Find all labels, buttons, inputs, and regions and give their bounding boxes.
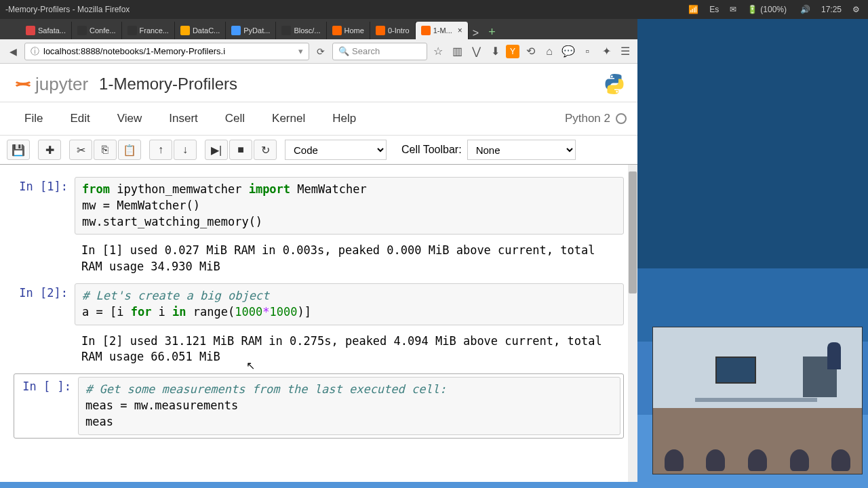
volume-icon[interactable]: 🔊 <box>797 5 813 14</box>
output-text: In [1] used 0.027 MiB RAM in 0.003s, pea… <box>75 239 624 279</box>
network-icon[interactable]: 📶 <box>686 5 701 14</box>
move-up-button[interactable]: ↑ <box>149 140 172 160</box>
tab-label: Home <box>344 26 364 35</box>
menu-kernel[interactable]: Kernel <box>258 108 319 129</box>
device-icon[interactable]: ▫ <box>579 43 595 60</box>
code-input[interactable]: # Get some measurements from the last ex… <box>78 377 620 434</box>
favicon-icon <box>231 26 241 35</box>
scrollbar[interactable] <box>628 165 637 482</box>
menu-view[interactable]: View <box>104 108 156 129</box>
search-field[interactable]: 🔍 Search <box>332 43 427 60</box>
tab-label: PyDat... <box>243 26 270 35</box>
browser-tab[interactable]: Home <box>327 22 370 39</box>
output-text: In [2] used 31.121 MiB RAM in 0.275s, pe… <box>75 329 624 370</box>
cell-prompt: In [ ]: <box>17 377 78 434</box>
notebook-toolbar: 💾 ✚ ✂ ⎘ 📋 ↑ ↓ ▶| ■ ↻ Code Cell Toolbar: … <box>0 136 637 165</box>
code-cell[interactable]: In [ ]:# Get some measurements from the … <box>14 373 624 438</box>
python-logo-icon <box>602 72 627 96</box>
jupyter-text: jupyter <box>35 74 88 95</box>
restart-button[interactable]: ↻ <box>254 140 277 160</box>
cell-prompt: In [1]: <box>14 177 75 235</box>
globe-icon: ⓘ <box>31 45 39 58</box>
reload-button[interactable]: ⟳ <box>312 43 330 60</box>
menu-edit[interactable]: Edit <box>56 108 103 129</box>
add-cell-button[interactable]: ✚ <box>38 140 61 160</box>
cell-toolbar-label: Cell Toolbar: <box>401 144 462 156</box>
menu-icon[interactable]: ☰ <box>617 43 633 60</box>
download-icon[interactable]: ⬇ <box>487 43 503 60</box>
menu-help[interactable]: Help <box>319 108 370 129</box>
move-down-button[interactable]: ↓ <box>174 140 197 160</box>
cell-type-select[interactable]: Code <box>285 140 387 160</box>
menu-cell[interactable]: Cell <box>212 108 258 129</box>
favicon-icon <box>26 26 35 35</box>
sync-icon[interactable]: ⟲ <box>522 43 538 60</box>
output-cell[interactable]: In [2] used 31.121 MiB RAM in 0.275s, pe… <box>14 329 624 370</box>
browser-tab[interactable]: Blosc/... <box>276 22 326 39</box>
favicon-icon <box>281 26 291 35</box>
tab-label: 1-M... <box>433 26 452 35</box>
tab-label: 0-Intro <box>388 26 410 35</box>
menu-insert[interactable]: Insert <box>155 108 212 129</box>
battery-status: 🔋(100%) <box>745 5 792 14</box>
mail-icon[interactable]: ✉ <box>727 5 739 14</box>
code-cell[interactable]: In [1]:from ipython_memwatcher import Me… <box>14 177 624 235</box>
browser-tab[interactable]: Confe... <box>72 22 122 39</box>
save-button[interactable]: 💾 <box>7 140 30 160</box>
paste-button[interactable]: 📋 <box>118 140 141 160</box>
browser-tab[interactable]: France... <box>122 22 175 39</box>
back-button[interactable]: ◀ <box>4 43 22 60</box>
close-tab-icon[interactable]: × <box>458 26 462 35</box>
browser-tab[interactable]: Safata... <box>20 22 72 39</box>
cell-toolbar-select[interactable]: None <box>467 140 576 160</box>
cell-prompt <box>14 329 75 370</box>
kernel-status-icon <box>616 113 627 124</box>
output-cell[interactable]: In [1] used 0.027 MiB RAM in 0.003s, pea… <box>14 239 624 279</box>
tab-overflow-button[interactable]: > <box>469 27 483 39</box>
browser-tab[interactable]: 1-M...× <box>416 22 469 39</box>
cut-button[interactable]: ✂ <box>69 140 92 160</box>
notebook-cells-area[interactable]: In [1]:from ipython_memwatcher import Me… <box>0 165 637 482</box>
home-icon[interactable]: ⌂ <box>541 43 557 60</box>
tab-label: Blosc/... <box>294 26 320 35</box>
clock: 17:25 <box>818 5 844 14</box>
favicon-icon <box>421 26 431 35</box>
cell-prompt <box>14 239 75 279</box>
pocket-icon[interactable]: ⋁ <box>468 43 484 60</box>
tab-label: France... <box>140 26 169 35</box>
browser-tab[interactable]: PyDat... <box>226 22 276 39</box>
url-field[interactable]: ⓘ localhost:8888/notebooks/1-Memory-Prof… <box>24 43 309 60</box>
favicon-icon <box>77 26 87 35</box>
browser-tab[interactable]: DataC... <box>175 22 226 39</box>
addon-icon[interactable]: Y <box>506 45 519 58</box>
window-title: -Memory-Profilers - Mozilla Firefox <box>5 5 686 14</box>
notebook-header: jupyter 1-Memory-Profilers <box>0 64 637 102</box>
star-icon[interactable]: ☆ <box>430 43 446 60</box>
settings-gear-icon[interactable]: ⚙ <box>850 5 863 14</box>
stop-button[interactable]: ■ <box>229 140 252 160</box>
favicon-icon <box>180 26 190 35</box>
new-tab-button[interactable]: + <box>483 25 501 39</box>
bookmarks-icon[interactable]: ▥ <box>449 43 465 60</box>
cell-prompt: In [2]: <box>14 283 75 325</box>
code-input[interactable]: # Let's create a big objecta = [i for i … <box>75 283 624 325</box>
url-text: localhost:8888/notebooks/1-Memory-Profil… <box>43 46 225 56</box>
dropdown-icon[interactable]: ▾ <box>298 46 303 56</box>
browser-tab[interactable]: 0-Intro <box>370 22 416 39</box>
code-input[interactable]: from ipython_memwatcher import MemWatche… <box>75 177 624 235</box>
browser-tabs: Safata...Confe...France...DataC...PyDat.… <box>0 19 637 39</box>
favicon-icon <box>332 26 342 35</box>
keyboard-layout[interactable]: Es <box>707 5 722 14</box>
puzzle-icon[interactable]: ✦ <box>598 43 614 60</box>
chat-icon[interactable]: 💬 <box>560 43 576 60</box>
scrollbar-thumb[interactable] <box>629 171 637 293</box>
tab-label: Confe... <box>90 26 116 35</box>
run-button[interactable]: ▶| <box>205 140 228 160</box>
code-cell[interactable]: In [2]:# Let's create a big objecta = [i… <box>14 283 624 325</box>
menu-file[interactable]: File <box>11 108 56 129</box>
system-top-bar: -Memory-Profilers - Mozilla Firefox 📶 Es… <box>0 0 868 19</box>
notebook-title[interactable]: 1-Memory-Profilers <box>99 75 237 94</box>
copy-button[interactable]: ⎘ <box>94 140 117 160</box>
jupyter-logo[interactable]: jupyter <box>11 74 88 95</box>
browser-window: Safata...Confe...France...DataC...PyDat.… <box>0 19 637 482</box>
